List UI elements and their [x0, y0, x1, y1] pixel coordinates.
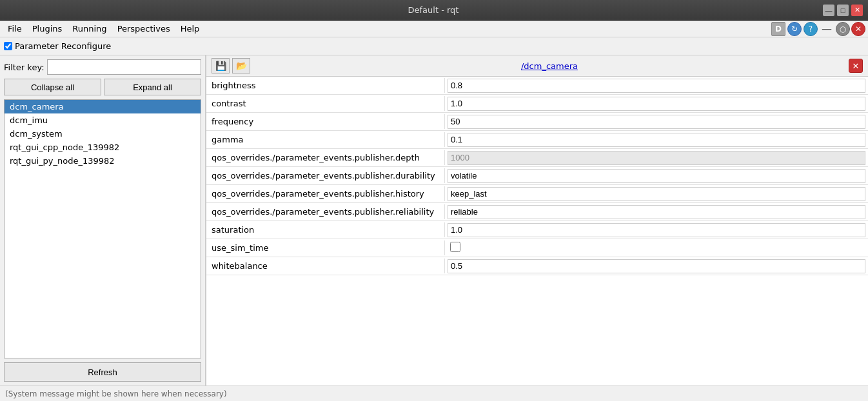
- refresh-button[interactable]: Refresh: [4, 362, 201, 382]
- param-checkbox-use-sim-time[interactable]: [450, 242, 460, 252]
- header-icon-group: 💾 📂: [212, 58, 250, 73]
- menu-running[interactable]: Running: [67, 23, 112, 35]
- param-row-brightness: brightness: [206, 77, 868, 95]
- param-value-cell-contrast: [445, 95, 868, 112]
- filter-label: Filter key:: [4, 63, 44, 72]
- load-icon: 📂: [236, 61, 247, 71]
- parameters-table: brightness contrast frequency: [206, 77, 868, 386]
- param-name-qos-history: qos_overrides./parameter_events.publishe…: [206, 186, 445, 201]
- right-panel-header: 💾 📂 /dcm_camera ✕: [206, 55, 868, 77]
- menu-plugins[interactable]: Plugins: [27, 23, 68, 35]
- param-row-whitebalance: whitebalance: [206, 257, 868, 275]
- close-node-button[interactable]: ✕: [849, 59, 863, 73]
- param-input-qos-reliability[interactable]: [448, 205, 865, 219]
- maximize-button[interactable]: □: [837, 5, 849, 16]
- param-row-qos-depth: qos_overrides./parameter_events.publishe…: [206, 149, 868, 167]
- param-input-frequency[interactable]: [448, 115, 865, 129]
- param-name-saturation: saturation: [206, 222, 445, 237]
- param-row-use-sim-time: use_sim_time: [206, 239, 868, 257]
- param-name-qos-depth: qos_overrides./parameter_events.publishe…: [206, 150, 445, 165]
- param-value-cell-gamma: [445, 132, 868, 148]
- left-panel: Filter key: Collapse all Expand all dcm_…: [0, 55, 206, 386]
- param-name-use-sim-time: use_sim_time: [206, 240, 445, 255]
- filter-row: Filter key:: [4, 59, 201, 75]
- node-item-rqt-py[interactable]: rqt_gui_py_node_139982: [5, 154, 201, 168]
- param-name-brightness: brightness: [206, 78, 445, 93]
- d-control-button[interactable]: D: [771, 22, 785, 36]
- right-panel: 💾 📂 /dcm_camera ✕ brightness contrast: [206, 55, 868, 386]
- plugin-bar: Parameter Reconfigure: [0, 37, 868, 55]
- node-item-dcm-imu[interactable]: dcm_imu: [5, 113, 201, 127]
- param-row-qos-history: qos_overrides./parameter_events.publishe…: [206, 185, 868, 203]
- window-title: Default - rqt: [44, 5, 823, 15]
- param-row-qos-reliability: qos_overrides./parameter_events.publishe…: [206, 203, 868, 221]
- param-row-gamma: gamma: [206, 131, 868, 149]
- param-input-qos-history[interactable]: [448, 187, 865, 201]
- param-input-contrast[interactable]: [448, 97, 865, 111]
- param-input-qos-durability[interactable]: [448, 169, 865, 183]
- param-value-cell-whitebalance: [445, 258, 868, 275]
- collapse-expand-row: Collapse all Expand all: [4, 79, 201, 95]
- info-control-button[interactable]: ?: [804, 22, 818, 36]
- param-value-cell-qos-durability: [445, 168, 868, 184]
- param-row-frequency: frequency: [206, 113, 868, 131]
- param-value-cell-use-sim-time: [445, 240, 868, 255]
- status-message: (System message might be shown here when…: [5, 389, 227, 398]
- menu-help[interactable]: Help: [175, 23, 205, 35]
- param-value-cell-frequency: [445, 113, 868, 130]
- param-input-brightness[interactable]: [448, 79, 865, 93]
- param-value-cell-qos-depth: [445, 150, 868, 166]
- node-list: dcm_camera dcm_imu dcm_system rqt_gui_cp…: [4, 99, 201, 358]
- param-name-gamma: gamma: [206, 132, 445, 147]
- load-config-button[interactable]: 📂: [232, 58, 250, 73]
- save-config-button[interactable]: 💾: [212, 58, 230, 73]
- param-value-cell-qos-history: [445, 186, 868, 202]
- param-name-qos-durability: qos_overrides./parameter_events.publishe…: [206, 168, 445, 183]
- collapse-all-button[interactable]: Collapse all: [4, 79, 101, 95]
- main-layout: Filter key: Collapse all Expand all dcm_…: [0, 55, 868, 386]
- param-value-cell-brightness: [445, 77, 868, 94]
- node-item-dcm-system[interactable]: dcm_system: [5, 127, 201, 141]
- param-input-whitebalance[interactable]: [448, 259, 865, 273]
- param-row-saturation: saturation: [206, 221, 868, 239]
- param-row-qos-durability: qos_overrides./parameter_events.publishe…: [206, 167, 868, 185]
- close-window-button[interactable]: ✕: [851, 5, 863, 16]
- param-value-cell-saturation: [445, 222, 868, 239]
- dash-control-button[interactable]: —: [820, 22, 834, 36]
- plugin-title: Parameter Reconfigure: [15, 41, 111, 51]
- save-icon: 💾: [215, 61, 226, 71]
- menu-bar: File Plugins Running Perspectives Help D…: [0, 21, 868, 37]
- param-name-contrast: contrast: [206, 96, 445, 111]
- status-bar: (System message might be shown here when…: [0, 386, 868, 401]
- node-path-title[interactable]: /dcm_camera: [250, 61, 849, 71]
- param-row-contrast: contrast: [206, 95, 868, 113]
- param-name-frequency: frequency: [206, 114, 445, 129]
- close-plugin-button[interactable]: ✕: [851, 22, 865, 36]
- expand-all-button[interactable]: Expand all: [104, 79, 201, 95]
- param-input-gamma[interactable]: [448, 133, 865, 147]
- circle-control-button[interactable]: ○: [836, 22, 850, 36]
- plugin-checkbox[interactable]: [4, 42, 12, 50]
- param-input-qos-depth: [448, 151, 865, 165]
- param-name-qos-reliability: qos_overrides./parameter_events.publishe…: [206, 204, 445, 219]
- node-item-rqt-cpp[interactable]: rqt_gui_cpp_node_139982: [5, 141, 201, 154]
- filter-input[interactable]: [47, 59, 201, 75]
- rotate-control-button[interactable]: ↻: [787, 22, 802, 36]
- param-value-cell-qos-reliability: [445, 204, 868, 220]
- param-input-saturation[interactable]: [448, 223, 865, 237]
- param-name-whitebalance: whitebalance: [206, 259, 445, 273]
- menu-file[interactable]: File: [3, 23, 27, 35]
- window-controls: — □ ✕: [823, 5, 863, 16]
- minimize-button[interactable]: —: [823, 5, 834, 16]
- node-item-dcm-camera[interactable]: dcm_camera: [5, 100, 201, 113]
- menu-perspectives[interactable]: Perspectives: [112, 23, 175, 35]
- title-bar: Default - rqt — □ ✕: [0, 0, 868, 21]
